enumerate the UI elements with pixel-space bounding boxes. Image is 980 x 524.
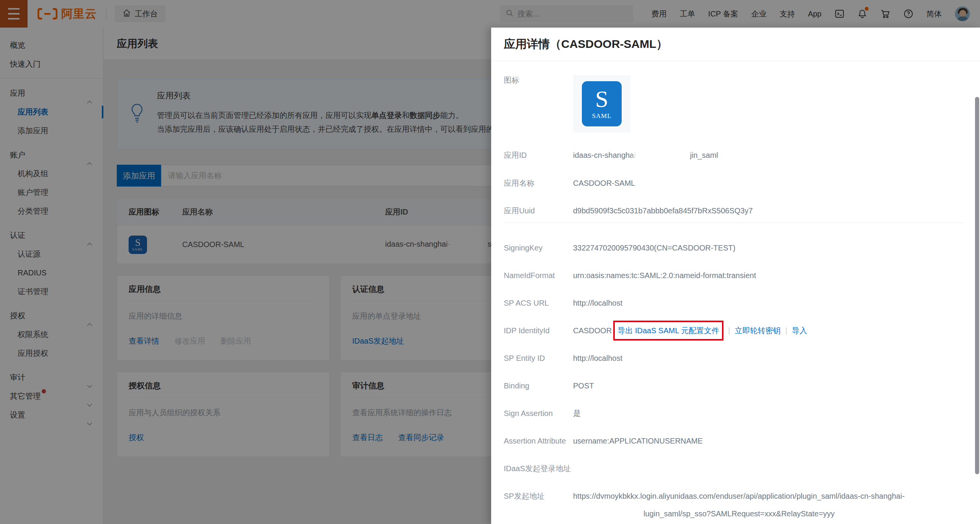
drawer-header: 应用详情（CASDOOR-SAML） — [491, 28, 980, 61]
drawer-scrollbar-thumb[interactable] — [975, 97, 979, 474]
red-highlight-box: 导出 IDaaS SAML 元配置文件 — [613, 321, 724, 341]
drawer-body: 图标 SSAML 应用ID idaas-cn-shanghaijin_saml … — [491, 61, 980, 524]
page: 阿里云 工作台 费用 工单 ICP 备案 企业 支持 App — [0, 0, 980, 524]
rotate-key-link[interactable]: 立即轮转密钥 — [735, 326, 781, 335]
field-app-id: 应用ID idaas-cn-shanghaijin_saml — [504, 150, 965, 160]
field-icon: 图标 SSAML — [504, 75, 965, 133]
field-assertion-attribute: Assertion Attribute username:APPLICATION… — [504, 436, 965, 446]
field-sp-acs-url: SP ACS URL http://localhost — [504, 298, 965, 308]
field-idaas-login-url: IDaaS发起登录地址 — [504, 463, 965, 473]
import-link[interactable]: 导入 — [792, 326, 807, 335]
export-saml-metadata-link[interactable]: 导出 IDaaS SAML 元配置文件 — [617, 326, 719, 335]
field-name-id-format: NameIdFormat urn:oasis:names:tc:SAML:2.0… — [504, 270, 965, 280]
field-signing-key: SigningKey 3322747020095790430(CN=CASDOO… — [504, 243, 965, 253]
field-sp-entity-id: SP Entity ID http://localhost — [504, 353, 965, 363]
drawer-divider — [504, 223, 965, 223]
redaction — [635, 151, 690, 160]
redaction — [611, 509, 644, 519]
field-sign-assertion: Sign Assertion 是 — [504, 408, 965, 418]
field-binding: Binding POST — [504, 381, 965, 391]
field-app-uuid: 应用Uuid d9bd5909f3c5c031b7abbb0efa845f7bR… — [504, 206, 965, 216]
field-sp-initiated-url: SP发起地址 https://dvmoykbkkx.login.aliyunid… — [504, 491, 965, 519]
field-idp-identity-id: IDP IdentityId CASDOOR导出 IDaaS SAML 元配置文… — [504, 326, 965, 336]
saml-app-icon-large: SSAML — [582, 81, 622, 126]
app-detail-drawer: 应用详情（CASDOOR-SAML） 图标 SSAML 应用ID idaas-c… — [491, 28, 980, 524]
drawer-title: 应用详情（CASDOOR-SAML） — [504, 36, 668, 52]
field-app-name: 应用名称 CASDOOR-SAML — [504, 178, 965, 188]
